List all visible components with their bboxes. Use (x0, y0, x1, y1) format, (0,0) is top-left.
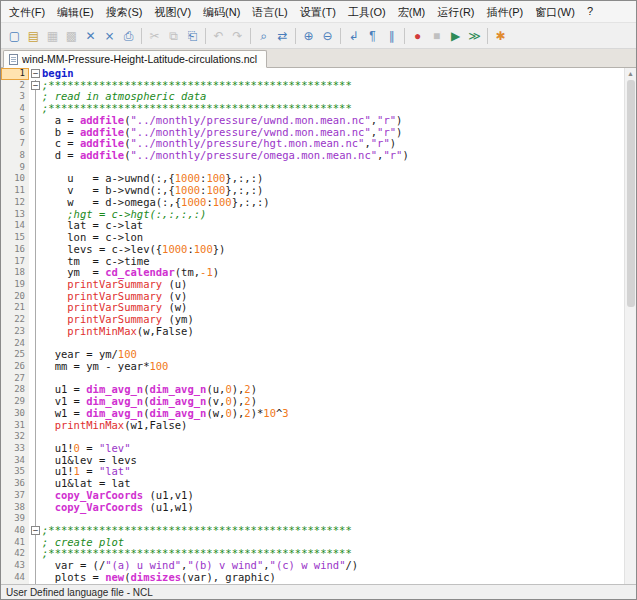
fold-margin (29, 162, 42, 174)
line-number: 40 (1, 525, 29, 537)
close-all-icon[interactable]: ⨯ (101, 27, 118, 45)
run-macro-multiple-icon[interactable]: ≫ (466, 27, 483, 45)
zoom-in-icon[interactable]: ⊕ (300, 27, 317, 45)
fold-margin (29, 443, 42, 455)
fold-margin (29, 338, 42, 350)
code-line[interactable]: 31 printMinMax(w1,False) (1, 420, 624, 432)
code-line[interactable]: 23 printMinMax(w,False) (1, 326, 624, 338)
line-number: 7 (1, 138, 29, 150)
fold-collapse-icon[interactable]: − (31, 69, 40, 78)
fold-margin (29, 138, 42, 150)
play-macro-icon[interactable]: ▶ (447, 27, 464, 45)
menu-item-settings[interactable]: 设置(T) (294, 1, 342, 22)
status-bar: User Defined language file - NCL (1, 584, 636, 599)
scroll-up-icon[interactable]: ▲ (627, 68, 634, 79)
line-number: 41 (1, 537, 29, 549)
line-number: 8 (1, 150, 29, 162)
fold-margin (29, 314, 42, 326)
line-number: 38 (1, 502, 29, 514)
line-number: 13 (1, 209, 29, 221)
fold-margin (29, 537, 42, 549)
open-file-icon[interactable]: ▤ (25, 27, 42, 45)
save-file-icon[interactable]: ▦ (44, 27, 61, 45)
fold-margin (29, 513, 42, 525)
find-icon[interactable]: ⌕ (255, 27, 272, 45)
line-number: 12 (1, 197, 29, 209)
notepad-window: 文件(F)编辑(E)搜索(S)视图(V)编码(N)语言(L)设置(T)工具(O)… (0, 0, 637, 600)
menu-item-window[interactable]: 窗口(W) (529, 1, 581, 22)
fold-margin (29, 548, 42, 560)
scrollbar-thumb[interactable] (627, 80, 635, 307)
undo-icon[interactable]: ↶ (210, 27, 227, 45)
fold-margin (29, 115, 42, 127)
line-number: 18 (1, 267, 29, 279)
menu-item-file[interactable]: 文件(F) (3, 1, 51, 22)
save-all-icon[interactable]: ▩ (63, 27, 80, 45)
fold-margin (29, 490, 42, 502)
cut-icon[interactable]: ✂ (146, 27, 163, 45)
menu-item-macro[interactable]: 宏(M) (392, 1, 432, 22)
fold-margin: − (29, 525, 42, 537)
code-text: printMinMax(w,False) (42, 326, 624, 338)
copy-icon[interactable]: ⧉ (165, 27, 182, 45)
record-macro-icon[interactable]: ● (409, 27, 426, 45)
fold-margin (29, 220, 42, 232)
fold-margin (29, 560, 42, 572)
line-number: 23 (1, 326, 29, 338)
tab-title: wind-MM-Pressure-Height-Latitude-circula… (22, 53, 257, 65)
menu-item-help[interactable]: ? (581, 1, 599, 22)
line-number: 26 (1, 361, 29, 373)
menu-item-encoding[interactable]: 编码(N) (197, 1, 246, 22)
menu-item-search[interactable]: 搜索(S) (100, 1, 149, 22)
code-line[interactable]: 26 mm = ym - year*100 (1, 361, 624, 373)
fold-margin (29, 291, 42, 303)
vertical-scrollbar[interactable]: ▲ (624, 68, 636, 584)
line-number: 31 (1, 420, 29, 432)
menu-item-language[interactable]: 语言(L) (246, 1, 293, 22)
zoom-out-icon[interactable]: ⊖ (319, 27, 336, 45)
fold-margin (29, 256, 42, 268)
line-number: 30 (1, 408, 29, 420)
tab-ncl-file[interactable]: wind-MM-Pressure-Height-Latitude-circula… (3, 50, 267, 68)
menu-item-tools[interactable]: 工具(O) (342, 1, 392, 22)
replace-icon[interactable]: ⇄ (274, 27, 291, 45)
menu-item-edit[interactable]: 编辑(E) (51, 1, 100, 22)
stop-macro-icon[interactable]: ■ (428, 27, 445, 45)
fold-margin (29, 150, 42, 162)
code-text: printMinMax(w1,False) (42, 420, 624, 432)
toolbar-separator (295, 28, 296, 44)
print-icon[interactable]: ⎙ (120, 27, 137, 45)
menu-item-view[interactable]: 视图(V) (148, 1, 197, 22)
redo-icon[interactable]: ↷ (229, 27, 246, 45)
fold-margin (29, 373, 42, 385)
menu-bar: 文件(F)编辑(E)搜索(S)视图(V)编码(N)语言(L)设置(T)工具(O)… (1, 1, 636, 23)
toolbar-separator (340, 28, 341, 44)
line-number: 10 (1, 173, 29, 185)
fold-margin (29, 408, 42, 420)
indent-guide-icon[interactable]: ∥ (383, 27, 400, 45)
paste-icon[interactable]: ⎗ (184, 27, 201, 45)
word-wrap-icon[interactable]: ↲ (345, 27, 362, 45)
code-line[interactable]: 38 copy_VarCoords (u1,w1) (1, 502, 624, 514)
menu-item-run[interactable]: 运行(R) (431, 1, 480, 22)
line-number: 16 (1, 244, 29, 256)
line-number: 35 (1, 466, 29, 478)
line-number: 42 (1, 548, 29, 560)
fold-collapse-icon[interactable]: − (31, 81, 40, 90)
code-line[interactable]: 8 d = addfile("../monthly/pressure/omega… (1, 150, 624, 162)
plugin-icon[interactable]: ✱ (492, 27, 509, 45)
show-all-characters-icon[interactable]: ¶ (364, 27, 381, 45)
code-editor[interactable]: 1−begin2−;******************************… (1, 68, 636, 584)
code-line[interactable]: 44 plots = new(dimsizes(var), graphic) (1, 572, 624, 584)
line-number: 11 (1, 185, 29, 197)
fold-margin (29, 244, 42, 256)
line-number: 43 (1, 560, 29, 572)
new-file-icon[interactable]: ▢ (6, 27, 23, 45)
line-number: 28 (1, 384, 29, 396)
fold-margin (29, 349, 42, 361)
menu-item-plugins[interactable]: 插件(P) (481, 1, 530, 22)
close-file-icon[interactable]: ✕ (82, 27, 99, 45)
fold-margin (29, 173, 42, 185)
fold-margin (29, 127, 42, 139)
fold-collapse-icon[interactable]: − (31, 526, 40, 535)
